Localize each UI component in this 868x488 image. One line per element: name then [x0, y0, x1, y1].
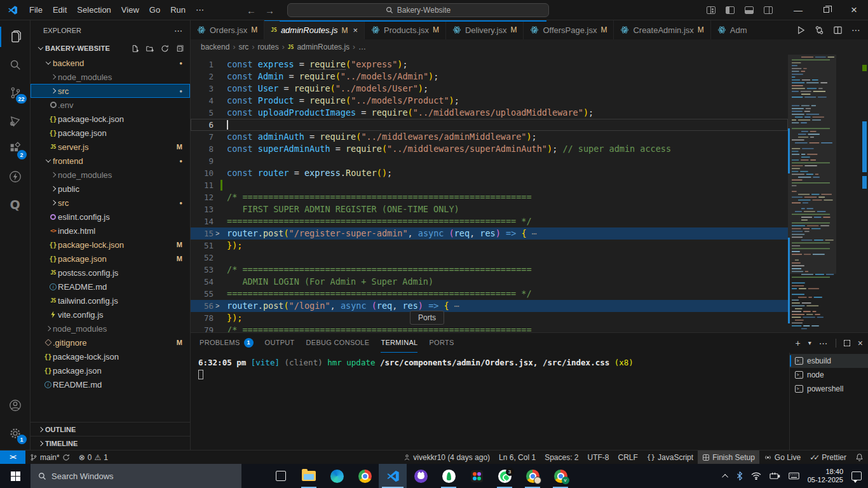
- run-debug-icon[interactable]: [0, 107, 31, 135]
- tree-item-tailwind.config.js[interactable]: JStailwind.config.js: [31, 294, 190, 308]
- code-line-8[interactable]: 8const superAdminAuth = require("../midd…: [191, 143, 788, 155]
- language-mode[interactable]: {} JavaScript: [642, 451, 698, 464]
- whatsapp-app[interactable]: 3: [491, 464, 519, 488]
- indentation[interactable]: Spaces: 2: [540, 451, 583, 464]
- tab-Orders.jsx[interactable]: Orders.jsxM: [191, 20, 264, 39]
- terminal-node[interactable]: >_node: [790, 368, 868, 382]
- wifi-icon[interactable]: [751, 472, 761, 480]
- tab-Delivery.jsx[interactable]: Delivery.jsxM: [446, 20, 524, 39]
- tree-item-backend[interactable]: backend●: [31, 56, 190, 70]
- tree-item-package.json[interactable]: {}package.jsonM: [31, 252, 190, 266]
- code-line-10[interactable]: 10const router = express.Router();: [191, 167, 788, 179]
- tree-item-src[interactable]: src●: [31, 196, 190, 210]
- tree-item-server.js[interactable]: JSserver.jsM: [31, 140, 190, 154]
- terminal-powershell[interactable]: >_powershell: [790, 382, 868, 396]
- minimize-button[interactable]: —: [784, 0, 812, 20]
- commit-info[interactable]: vivekkr10 (4 days ago): [399, 451, 494, 464]
- prettier-item[interactable]: ✓✓ Prettier: [805, 451, 851, 464]
- tree-item-index.html[interactable]: <>index.html: [31, 224, 190, 238]
- encoding[interactable]: UTF-8: [583, 451, 614, 464]
- tree-item-package.json[interactable]: {}package.json: [31, 126, 190, 140]
- new-terminal-icon[interactable]: +: [796, 338, 801, 348]
- figma-app[interactable]: [463, 464, 491, 488]
- panel-tab-debug-console[interactable]: DEBUG CONSOLE: [306, 333, 370, 353]
- split-editor-icon[interactable]: [833, 25, 843, 35]
- tree-item-node_modules[interactable]: node_modules: [31, 70, 190, 84]
- vscode-app[interactable]: [379, 464, 407, 488]
- minimap-zone[interactable]: [788, 55, 868, 332]
- remote-indicator[interactable]: ><: [0, 451, 25, 464]
- code-line-56[interactable]: 56>router.post("/login", async (req, res…: [191, 300, 788, 312]
- tree-item-README.md[interactable]: iREADME.md: [31, 280, 190, 294]
- tree-item-vite.config.js[interactable]: vite.config.js: [31, 308, 190, 322]
- terminal-esbuild[interactable]: >_esbuild: [790, 354, 868, 368]
- new-folder-icon[interactable]: [146, 44, 154, 53]
- chrome-profile1-app[interactable]: [519, 464, 546, 488]
- editor-more-actions-icon[interactable]: ⋯: [851, 25, 860, 35]
- tree-item-postcss.config.js[interactable]: JSpostcss.config.js: [31, 266, 190, 280]
- outline-section[interactable]: OUTLINE: [31, 422, 190, 436]
- toggle-sidebar-icon[interactable]: [726, 6, 735, 14]
- code-line-78[interactable]: 78});: [191, 312, 788, 324]
- minimap-slider[interactable]: [788, 55, 836, 274]
- finish-setup-item[interactable]: Finish Setup: [698, 451, 759, 464]
- code-line-7[interactable]: 7const adminAuth = require("../middlewar…: [191, 131, 788, 143]
- tree-item-README.md[interactable]: iREADME.md: [31, 377, 190, 391]
- toggle-panel-icon[interactable]: [745, 6, 754, 14]
- thunder-client-icon[interactable]: [0, 163, 31, 191]
- restore-button[interactable]: [812, 0, 840, 20]
- terminal-output[interactable]: 6:32:05 pm [vite] (client) hmr update /s…: [191, 353, 789, 450]
- code-line-55[interactable]: 55======================================…: [191, 288, 788, 300]
- panel-tab-ports[interactable]: PORTS: [429, 333, 454, 353]
- tree-item-package-lock.json[interactable]: {}package-lock.json: [31, 349, 190, 363]
- breadcrumb-symbol-tail[interactable]: …: [358, 43, 366, 51]
- menu-overflow[interactable]: ⋯: [191, 3, 209, 17]
- taskbar-clock[interactable]: 18:40 05-12-2025: [808, 468, 843, 484]
- code-line-54[interactable]: 54 ADMIN LOGIN (For Admin + Super Admin): [191, 276, 788, 288]
- menu-go[interactable]: Go: [144, 3, 165, 17]
- tree-item-package-lock.json[interactable]: {}package-lock.json: [31, 112, 190, 126]
- mongodb-app[interactable]: [435, 464, 463, 488]
- code-line-9[interactable]: 9: [191, 155, 788, 167]
- code-line-14[interactable]: 14======================================…: [191, 215, 788, 227]
- chrome-profile2-app[interactable]: v: [546, 464, 574, 488]
- fold-chevron-icon[interactable]: >: [215, 227, 219, 240]
- menu-file[interactable]: File: [24, 3, 48, 17]
- tree-item-node_modules[interactable]: node_modules: [31, 322, 190, 336]
- code-line-3[interactable]: 3const User = require("../models/User");: [191, 83, 788, 95]
- file-explorer-app[interactable]: [295, 464, 323, 488]
- breadcrumb-routes[interactable]: routes: [257, 43, 278, 51]
- tree-item-frontend[interactable]: frontend●: [31, 154, 190, 168]
- github-desktop-app[interactable]: [407, 464, 435, 488]
- notification-center-icon[interactable]: [851, 471, 862, 480]
- tab-Products.jsx[interactable]: Products.jsxM: [365, 20, 446, 39]
- code-line-1[interactable]: 1const express = require("express");: [191, 58, 788, 71]
- terminal-dropdown-icon[interactable]: ▾: [808, 339, 811, 346]
- extensions-icon[interactable]: 2: [0, 135, 31, 163]
- tab-OffersPage.jsx[interactable]: OffersPage.jsxM: [524, 20, 614, 39]
- bluetooth-icon[interactable]: [736, 471, 743, 480]
- taskbar-search-input[interactable]: Search Windows: [31, 464, 241, 488]
- keyboard-icon[interactable]: [789, 472, 799, 480]
- breadcrumb-backend[interactable]: backend: [201, 43, 229, 51]
- menu-view[interactable]: View: [116, 3, 144, 17]
- chrome-app[interactable]: [351, 464, 379, 488]
- breadcrumb-src[interactable]: src: [238, 43, 248, 51]
- customize-layout-icon[interactable]: [707, 6, 715, 14]
- timeline-section[interactable]: TIMELINE: [31, 436, 190, 450]
- tab-Adm[interactable]: Adm: [711, 20, 748, 39]
- task-view-button[interactable]: [267, 464, 295, 488]
- code-line-4[interactable]: 4const Product = require("../models/Prod…: [191, 95, 788, 107]
- menu-run[interactable]: Run: [165, 3, 191, 17]
- code-line-52[interactable]: 52: [191, 252, 788, 264]
- tree-item-src[interactable]: src●: [31, 84, 190, 98]
- code-editor[interactable]: 1const express = require("express");2con…: [191, 55, 868, 332]
- breadcrumb-file[interactable]: adminRoutes.js: [297, 43, 349, 51]
- notifications-bell-icon[interactable]: [851, 451, 868, 464]
- account-icon[interactable]: [0, 391, 31, 419]
- code-line-11[interactable]: 11: [191, 179, 788, 191]
- menu-edit[interactable]: Edit: [48, 3, 72, 17]
- code-line-13[interactable]: 13 FIRST SUPER ADMIN REGISTER (ONE-TIME …: [191, 203, 788, 215]
- tab-adminRoutes.js[interactable]: JSadminRoutes.jsM×: [264, 20, 365, 39]
- code-line-15[interactable]: 15>router.post("/register-super-admin", …: [191, 227, 788, 240]
